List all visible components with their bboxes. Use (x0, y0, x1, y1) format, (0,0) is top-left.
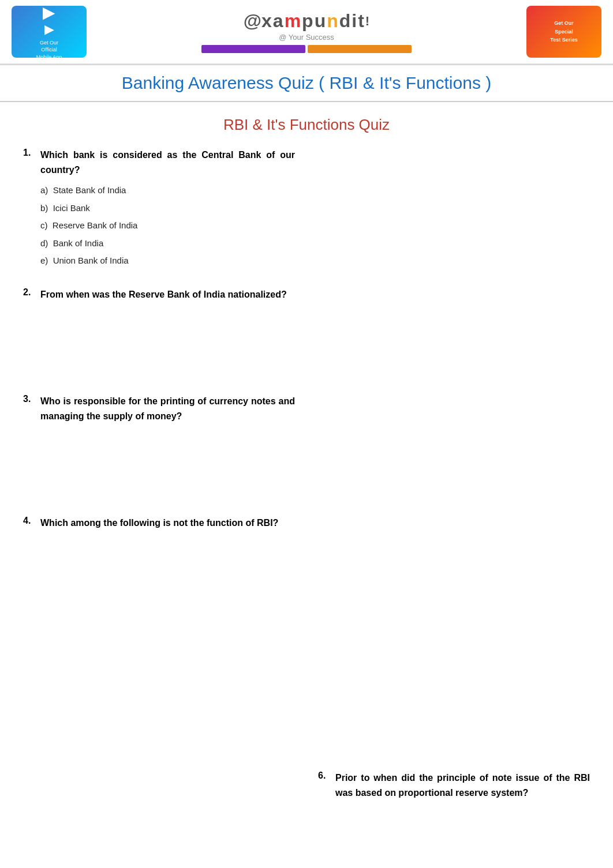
q3-line: 3. Who is responsible for the printing o… (23, 394, 295, 423)
q1-text: Which bank is considered as the Central … (40, 148, 295, 177)
q1-option-a: a) State Bank of India (40, 182, 295, 200)
right-column: 6. Prior to when did the principle of no… (318, 148, 590, 817)
questions-grid: 1. Which bank is considered as the Centr… (23, 148, 590, 817)
q3-number: 3. (23, 394, 37, 404)
question-6: 6. Prior to when did the principle of no… (318, 771, 590, 800)
q1-option-e: e) Union Bank of India (40, 252, 295, 270)
question-2: 2. From when was the Reserve Bank of Ind… (23, 287, 295, 302)
logo-tagline: @ Your Success (279, 33, 334, 42)
logo-bars (201, 45, 412, 53)
q1-option-b: b) Icici Bank (40, 200, 295, 217)
q4-number: 4. (23, 516, 37, 526)
right-col-spacer (318, 148, 590, 771)
q4-text: Which among the following is not the fun… (40, 516, 278, 531)
right-badge-text: Get OurSpecialTest Series (550, 19, 577, 44)
left-column: 1. Which bank is considered as the Centr… (23, 148, 295, 817)
title-bar: Banking Awareness Quiz ( RBI & It's Func… (0, 65, 613, 102)
q1-number: 1. (23, 148, 37, 158)
main-content: RBI & It's Functions Quiz 1. Which bank … (0, 102, 613, 831)
question-1: 1. Which bank is considered as the Centr… (23, 148, 295, 270)
q6-line: 6. Prior to when did the principle of no… (318, 771, 590, 800)
q4-line: 4. Which among the following is not the … (23, 516, 295, 531)
bar-orange (308, 45, 412, 53)
q6-number: 6. (318, 771, 332, 781)
q1-line: 1. Which bank is considered as the Centr… (23, 148, 295, 177)
bar-purple (201, 45, 305, 53)
logo-text: @x a m p u n d i t ! (244, 10, 369, 32)
q2-number: 2. (23, 287, 37, 298)
question-4: 4. Which among the following is not the … (23, 516, 295, 531)
center-logo: @x a m p u n d i t ! @ Your Success (87, 10, 526, 53)
right-badge: Get OurSpecialTest Series (526, 6, 601, 58)
q1-options: a) State Bank of India b) Icici Bank c) … (40, 182, 295, 270)
header: ▶ Get OurOfficialMobile App @x a m p u n… (0, 0, 613, 65)
q2-line: 2. From when was the Reserve Bank of Ind… (23, 287, 295, 302)
q3-text: Who is responsible for the printing of c… (40, 394, 295, 423)
title-text: Banking Awareness Quiz ( RBI & It's Func… (12, 73, 601, 93)
q1-option-d: d) Bank of India (40, 235, 295, 253)
quiz-title: RBI & It's Functions Quiz (23, 116, 590, 134)
left-badge: ▶ Get OurOfficialMobile App (12, 6, 87, 58)
left-badge-text: Get OurOfficialMobile App (36, 39, 62, 58)
q6-text: Prior to when did the principle of note … (335, 771, 590, 800)
q1-option-c: c) Reserve Bank of India (40, 217, 295, 235)
question-3: 3. Who is responsible for the printing o… (23, 394, 295, 423)
q2-text: From when was the Reserve Bank of India … (40, 287, 287, 302)
